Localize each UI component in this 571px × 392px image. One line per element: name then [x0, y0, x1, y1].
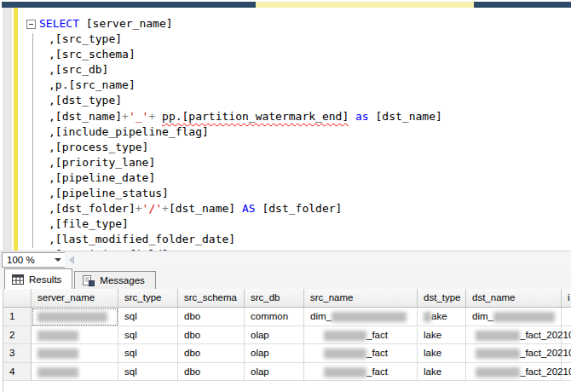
cell-text: sql — [124, 348, 137, 358]
code-line: SELECT [server_name] — [0, 16, 571, 32]
cell-src_name[interactable]: _fact — [304, 344, 418, 363]
code-token: ,p.[src_name] — [49, 78, 136, 91]
cell-text: olap — [251, 366, 269, 377]
row-number[interactable]: 4 — [3, 363, 32, 382]
cell-dst_name[interactable]: _fact_202105 — [466, 344, 562, 363]
cell-src_name[interactable]: _fact — [304, 363, 418, 382]
cell-text: lake — [424, 330, 441, 340]
cell-src_db[interactable]: olap — [245, 326, 304, 345]
cell-server_name[interactable] — [32, 363, 118, 382]
code-token: ,[process_type] — [49, 141, 148, 153]
cell-server_name[interactable] — [32, 344, 118, 363]
table-row: 2sqldboolap_factlake_fact_202103 — [3, 326, 571, 345]
code-token: ,[src_db] — [49, 63, 108, 76]
spacer — [310, 374, 324, 375]
code-token: AS — [242, 202, 256, 215]
scroll-left-icon[interactable] — [69, 256, 74, 264]
cell-i[interactable] — [562, 326, 571, 345]
redacted-text — [476, 367, 520, 378]
tab-results[interactable]: Results — [4, 268, 72, 289]
cell-src_type[interactable]: sql — [118, 326, 178, 345]
row-number[interactable]: 3 — [3, 344, 32, 363]
tab-messages-label: Messages — [100, 275, 144, 285]
table-row: 4sqldboolap_factlake_fact_202107 — [3, 363, 571, 382]
column-header-server_name[interactable]: server_name — [32, 289, 118, 308]
code-token: ,[dst_type] — [49, 94, 122, 107]
cell-dst_type[interactable]: lake — [418, 363, 466, 382]
spacer — [310, 355, 324, 356]
code-line: ,[process_type] — [0, 140, 571, 155]
column-header-src_name[interactable]: src_name — [304, 289, 418, 308]
code-line: ,p.[src_name] — [0, 78, 571, 93]
cell-src_type[interactable]: sql — [118, 308, 178, 326]
cell-src_db[interactable]: olap — [245, 363, 304, 382]
cell-text: sql — [124, 366, 137, 377]
spacer — [310, 337, 324, 338]
cell-dst_type[interactable]: ake — [418, 308, 466, 326]
code-token: ,[priority_lane] — [49, 156, 155, 169]
column-header-src_schema[interactable]: src_schema — [178, 289, 245, 308]
cell-dst_type[interactable]: lake — [418, 326, 466, 345]
code-token: '/' — [142, 202, 162, 215]
sql-editor[interactable]: SELECT [server_name],[src_type],[src_sch… — [0, 8, 571, 251]
code-token: ,[last_modified_folder_date] — [49, 233, 235, 245]
code-token: SELECT — [39, 17, 79, 30]
column-header-dst_type[interactable]: dst_type — [418, 289, 466, 308]
cell-dst_type[interactable]: lake — [418, 344, 466, 363]
code-token: [dst_name] — [369, 110, 442, 123]
redacted-segment — [2, 2, 256, 8]
redacted-text — [324, 349, 366, 359]
cell-server_name[interactable] — [32, 326, 118, 345]
code-line: ,[src_db] — [0, 62, 571, 78]
cell-text: sql — [124, 330, 137, 340]
cell-src_schema[interactable]: dbo — [178, 326, 245, 345]
cell-dst_name[interactable]: _fact_202107 — [466, 363, 562, 382]
cell-text: dbo — [184, 311, 200, 321]
cell-src_db[interactable]: common — [245, 308, 304, 326]
cell-src_schema[interactable]: dbo — [178, 363, 245, 382]
cell-i[interactable] — [562, 363, 571, 382]
cell-text: olap — [251, 348, 269, 358]
cell-text: sql — [124, 311, 137, 321]
table-row: 3sqldboolap_factlake_fact_202105 — [3, 344, 571, 363]
cell-i[interactable] — [562, 344, 571, 363]
redacted-text — [476, 331, 520, 341]
code-token: ,[include_pipeline_flag] — [49, 125, 209, 138]
cell-src_type[interactable]: sql — [118, 363, 178, 382]
horizontal-scrollbar[interactable] — [65, 252, 571, 268]
cell-server_name[interactable] — [32, 308, 118, 326]
code-token: as — [355, 110, 369, 123]
code-line: ,[last_modified_folder_date] — [0, 232, 571, 247]
redacted-text — [332, 312, 407, 322]
cell-dst_name[interactable]: _fact_202103 — [466, 326, 562, 345]
column-header-i[interactable]: i — [562, 289, 571, 308]
column-header-dst_name[interactable]: dst_name — [466, 289, 562, 308]
code-token: ,[dst_folder] — [49, 202, 136, 215]
cell-src_db[interactable]: olap — [245, 344, 304, 363]
cell-src_schema[interactable]: dbo — [178, 308, 245, 326]
redacted-text — [493, 312, 555, 322]
column-header-src_type[interactable]: src_type — [118, 289, 178, 308]
cell-src_type[interactable]: sql — [118, 344, 178, 363]
code-token: ,[pipeline_date] — [49, 171, 155, 184]
code-line: ,[priority_lane] — [0, 155, 571, 170]
row-number[interactable]: 1 — [3, 308, 32, 326]
collapse-region-icon[interactable] — [26, 20, 36, 29]
results-grid-icon — [12, 274, 24, 285]
zoom-level-dropdown[interactable]: 100 % — [2, 252, 66, 268]
code-line: ,[dst_name]+'_'+ pp.[partition_watermark… — [0, 109, 571, 124]
column-header-blank[interactable] — [3, 289, 32, 308]
cell-i[interactable] — [562, 308, 571, 326]
row-number[interactable]: 2 — [3, 326, 32, 345]
cell-src_name[interactable]: dim_ — [304, 308, 418, 326]
chevron-down-icon — [55, 258, 61, 262]
code-token: ,[src_schema] — [49, 48, 136, 61]
redacted-text — [37, 312, 107, 322]
cell-dst_name[interactable]: dim_ — [466, 308, 562, 326]
redacted-text — [37, 367, 78, 378]
cell-text: olap — [251, 330, 269, 340]
cell-src_name[interactable]: _fact — [304, 326, 418, 345]
tab-messages[interactable]: Messages — [74, 271, 155, 289]
cell-src_schema[interactable]: dbo — [178, 344, 245, 363]
column-header-src_db[interactable]: src_db — [245, 289, 304, 308]
